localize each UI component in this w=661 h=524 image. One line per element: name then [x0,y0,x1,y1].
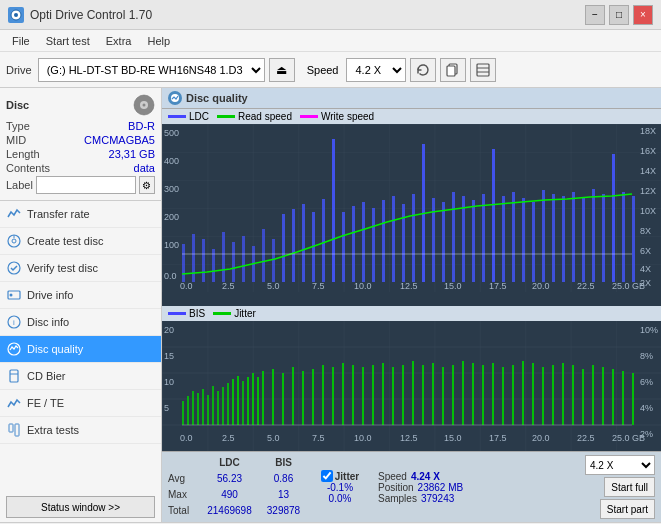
extra-tests-icon [6,422,22,438]
svg-rect-53 [272,239,275,282]
svg-rect-133 [262,371,264,425]
speed-select-stats[interactable]: 4.2 X [585,455,655,475]
label-button[interactable]: ⚙ [139,176,155,194]
svg-text:400: 400 [164,156,179,166]
nav-drive-info-label: Drive info [27,289,73,301]
svg-point-1 [14,13,18,17]
app-icon [8,7,24,23]
svg-rect-69 [432,198,435,282]
svg-text:i: i [13,318,15,327]
menu-file[interactable]: File [4,33,38,49]
svg-rect-50 [242,236,245,282]
svg-text:10.0: 10.0 [354,281,372,291]
svg-text:10%: 10% [640,325,658,335]
ldc-total: 21469698 [207,503,252,519]
contents-label: Contents [6,162,50,174]
menu-help[interactable]: Help [139,33,178,49]
minimize-button[interactable]: − [585,5,605,25]
title-bar: Opti Drive Control 1.70 − □ × [0,0,661,30]
bis-legend-label: BIS [189,308,205,319]
svg-text:5: 5 [164,403,169,413]
svg-text:12X: 12X [640,186,656,196]
read-speed-legend-label: Read speed [238,111,292,122]
svg-rect-87 [612,154,615,282]
svg-rect-131 [252,373,254,425]
svg-text:500: 500 [164,128,179,138]
mid-label: MID [6,134,26,146]
menu-start-test[interactable]: Start test [38,33,98,49]
content-header-icon [168,91,182,105]
svg-text:8%: 8% [640,351,653,361]
svg-rect-60 [342,212,345,282]
svg-rect-159 [522,361,524,425]
status-window-button[interactable]: Status window >> [6,496,155,518]
speed-select-toolbar[interactable]: 4.2 X [346,58,406,82]
svg-rect-81 [552,194,555,282]
svg-rect-73 [472,200,475,282]
ldc-stats: LDC 56.23 490 21469698 [202,455,257,519]
nav-fe-te[interactable]: FE / TE [0,390,161,417]
charts-area: LDC Read speed Write speed [162,109,661,522]
ldc-max: 490 [221,487,238,503]
nav-verify-test-disc[interactable]: Verify test disc [0,255,161,282]
svg-text:7.5: 7.5 [312,433,325,443]
drive-info-icon [6,287,22,303]
refresh-button[interactable] [410,58,436,82]
mid-value: CMCMAGBA5 [84,134,155,146]
copy-button[interactable] [440,58,466,82]
svg-text:10X: 10X [640,206,656,216]
settings-button[interactable] [470,58,496,82]
nav-transfer-rate[interactable]: Transfer rate [0,201,161,228]
svg-text:0.0: 0.0 [180,281,193,291]
content-area: Disc quality LDC Read speed Write speed [162,88,661,522]
start-part-button[interactable]: Start part [600,499,655,519]
nav-create-test-disc[interactable]: Create test disc [0,228,161,255]
svg-rect-118 [187,396,189,425]
nav-cd-bier-label: CD Bier [27,370,66,382]
length-label: Length [6,148,40,160]
type-value: BD-R [128,120,155,132]
svg-rect-61 [352,206,355,282]
svg-rect-149 [422,365,424,425]
svg-rect-135 [282,373,284,425]
svg-point-9 [143,104,146,107]
svg-rect-65 [392,196,395,282]
svg-rect-158 [512,365,514,425]
svg-rect-74 [482,194,485,282]
svg-text:25.0 GB: 25.0 GB [612,281,645,291]
nav-disc-info[interactable]: i Disc info [0,309,161,336]
maximize-button[interactable]: □ [609,5,629,25]
svg-rect-72 [462,196,465,282]
eject-button[interactable]: ⏏ [269,58,295,82]
nav-create-test-disc-label: Create test disc [27,235,103,247]
svg-rect-150 [432,363,434,425]
start-full-button[interactable]: Start full [604,477,655,497]
menu-extra[interactable]: Extra [98,33,140,49]
svg-text:2.5: 2.5 [222,281,235,291]
jitter-legend: Jitter [213,308,256,319]
nav-disc-quality-label: Disc quality [27,343,83,355]
svg-text:20.0: 20.0 [532,281,550,291]
nav-disc-quality[interactable]: Disc quality [0,336,161,363]
svg-rect-88 [622,192,625,282]
bis-stats: BIS 0.86 13 329878 [261,455,306,519]
nav-transfer-rate-label: Transfer rate [27,208,90,220]
close-button[interactable]: × [633,5,653,25]
nav-extra-tests[interactable]: Extra tests [0,417,161,444]
ldc-avg: 56.23 [217,471,242,487]
disc-title: Disc [6,99,29,111]
content-title: Disc quality [186,92,248,104]
svg-rect-86 [602,194,605,282]
create-disc-icon [6,233,22,249]
nav-drive-info[interactable]: Drive info [0,282,161,309]
contents-value: data [134,162,155,174]
svg-text:0.0: 0.0 [164,271,177,281]
nav-cd-bier[interactable]: CD Bier [0,363,161,390]
jitter-checkbox[interactable] [321,470,333,482]
svg-text:5.0: 5.0 [267,433,280,443]
svg-rect-144 [372,365,374,425]
label-input[interactable] [36,176,136,194]
drive-select[interactable]: (G:) HL-DT-ST BD-RE WH16NS48 1.D3 [38,58,265,82]
svg-rect-156 [492,363,494,425]
svg-text:4%: 4% [640,403,653,413]
